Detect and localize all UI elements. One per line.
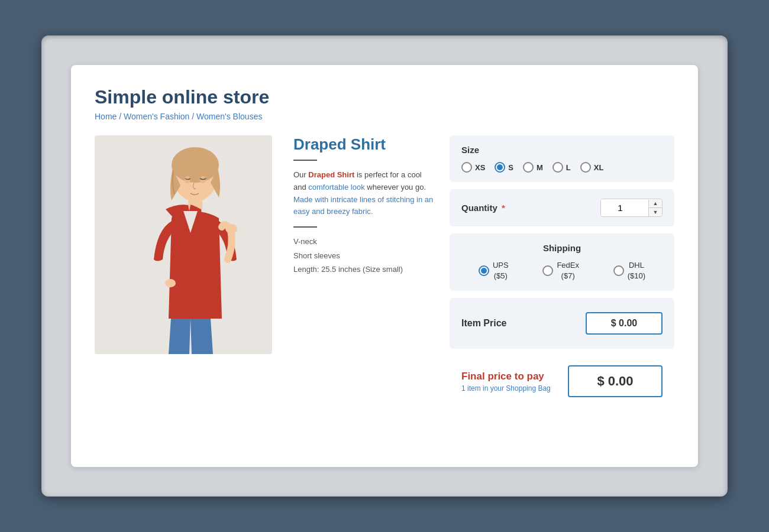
- quantity-section: Quantity * ▲ ▼: [450, 189, 674, 226]
- size-option-xl[interactable]: XL: [580, 162, 604, 173]
- shipping-options: UPS ($5) FedEx ($7): [461, 260, 663, 281]
- item-price-label: Item Price: [461, 318, 506, 329]
- shipping-dhl[interactable]: DHL ($10): [613, 260, 645, 281]
- final-price-labels: Final price to pay 1 item in your Shoppi…: [461, 371, 551, 392]
- breadcrumb-sep1: /: [119, 112, 124, 121]
- size-label-xl: XL: [594, 163, 604, 172]
- quantity-input[interactable]: [601, 199, 648, 216]
- size-radio-l: [552, 162, 563, 173]
- main-content: Draped Shirt Our Draped Shirt is perfect…: [95, 135, 674, 407]
- desc-part3: comfortable look: [308, 183, 364, 192]
- outer-frame: Simple online store Home / Women's Fashi…: [41, 35, 728, 497]
- shipping-ups[interactable]: UPS ($5): [479, 260, 509, 281]
- final-price-title: Final price to pay: [461, 371, 551, 382]
- size-radio-s: [495, 162, 505, 173]
- shipping-radio-fedex: [542, 265, 553, 276]
- size-option-l[interactable]: L: [552, 162, 571, 173]
- svg-point-2: [172, 147, 219, 183]
- size-section: Size XS S M: [450, 135, 674, 182]
- shipping-radio-ups: [479, 265, 489, 276]
- quantity-row: Quantity * ▲ ▼: [461, 199, 663, 217]
- breadcrumb-subcategory[interactable]: Women's Blouses: [196, 112, 262, 121]
- desc-highlighted: Draped Shirt: [308, 170, 354, 179]
- item-price-row: Item Price $ 0.00: [461, 307, 663, 339]
- desc-part4: wherever you go.: [365, 183, 426, 192]
- breadcrumb-category[interactable]: Women's Fashion: [124, 112, 189, 121]
- size-radio-xs: [461, 162, 472, 173]
- svg-point-5: [165, 279, 176, 287]
- quantity-label: Quantity *: [461, 203, 505, 213]
- store-title: Simple online store: [95, 86, 674, 108]
- product-image-col: [95, 135, 272, 407]
- size-option-m[interactable]: M: [523, 162, 543, 173]
- desc-divider: [293, 226, 317, 228]
- spec-1: V-neck: [293, 235, 435, 248]
- size-label-m: M: [537, 163, 543, 172]
- store-header: Simple online store Home / Women's Fashi…: [95, 86, 674, 121]
- quantity-input-wrap: ▲ ▼: [600, 199, 663, 217]
- breadcrumb: Home / Women's Fashion / Women's Blouses: [95, 112, 674, 121]
- final-price-value: $ 0.00: [568, 365, 663, 397]
- size-option-xs[interactable]: XS: [461, 162, 485, 173]
- product-description: Our Draped Shirt is perfect for a cool a…: [293, 169, 435, 218]
- shipping-fedex[interactable]: FedEx ($7): [542, 260, 579, 281]
- right-panel: Size XS S M: [450, 135, 674, 407]
- item-price-section: Item Price $ 0.00: [450, 298, 674, 349]
- size-label-l: L: [566, 163, 571, 172]
- spec-2: Short sleeves: [293, 249, 435, 262]
- item-price-value: $ 0.00: [586, 312, 663, 335]
- breadcrumb-sep2: /: [192, 112, 196, 121]
- shipping-label-fedex: FedEx ($7): [557, 260, 579, 281]
- size-label-xs: XS: [475, 163, 485, 172]
- quantity-spinners: ▲ ▼: [648, 200, 662, 216]
- required-star: *: [502, 203, 505, 213]
- quantity-down-button[interactable]: ▼: [649, 208, 662, 216]
- size-radio-m: [523, 162, 534, 173]
- quantity-up-button[interactable]: ▲: [649, 200, 662, 208]
- final-price-subtitle: 1 item in your Shopping Bag: [461, 384, 551, 392]
- title-divider: [293, 160, 317, 161]
- product-details-col: Draped Shirt Our Draped Shirt is perfect…: [272, 135, 450, 407]
- size-label: Size: [461, 145, 663, 155]
- product-title: Draped Shirt: [293, 135, 435, 154]
- shipping-label-dhl: DHL ($10): [628, 260, 645, 281]
- product-image: [95, 135, 272, 354]
- product-specs: V-neck Short sleeves Length: 25.5 inches…: [293, 235, 435, 276]
- shipping-radio-dhl: [613, 265, 624, 276]
- size-label-s: S: [508, 163, 513, 172]
- inner-card: Simple online store Home / Women's Fashi…: [71, 65, 698, 467]
- breadcrumb-home[interactable]: Home: [95, 112, 117, 121]
- shipping-section: Shipping UPS ($5) FedEx: [450, 233, 674, 291]
- shipping-title: Shipping: [461, 243, 663, 253]
- size-options: XS S M L: [461, 162, 663, 173]
- desc-part1: Our: [293, 170, 308, 179]
- svg-point-4: [225, 224, 237, 233]
- size-option-s[interactable]: S: [495, 162, 513, 173]
- final-price-section: Final price to pay 1 item in your Shoppi…: [450, 356, 674, 407]
- shipping-label-ups: UPS ($5): [493, 260, 509, 281]
- spec-3: Length: 25.5 inches (Size small): [293, 262, 435, 276]
- size-radio-xl: [580, 162, 591, 173]
- desc-part5: Made with intricate lines of stitching i…: [293, 195, 433, 216]
